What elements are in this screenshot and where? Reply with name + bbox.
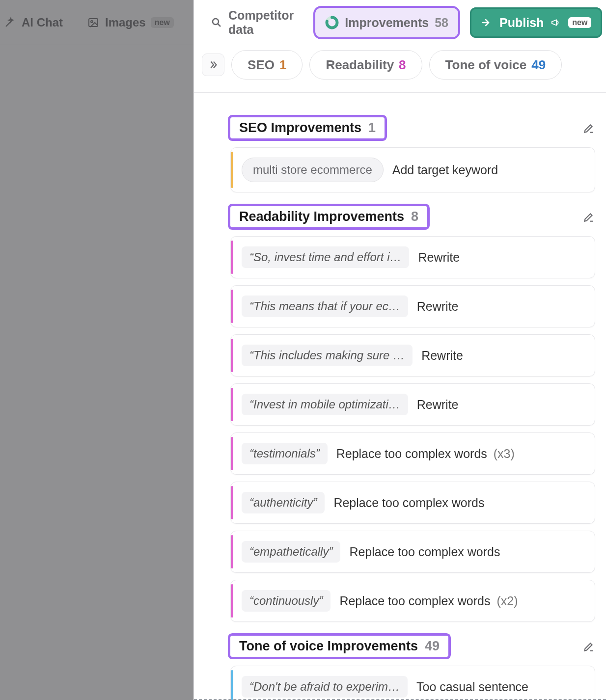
readability-action: Replace too complex words [349,545,500,559]
occurrence-count: (x3) [494,447,515,460]
nav-ai-chat[interactable]: AI Chat [3,16,63,29]
readability-item[interactable]: “empathetically” Replace too complex wor… [230,531,595,573]
wand-icon [3,16,17,29]
top-tabs: Competitor data Improvements 58 Publish … [194,0,606,45]
edit-seo-button[interactable] [582,122,595,135]
occurrence-count: (x2) [496,594,518,608]
chevrons-right-icon [208,59,219,70]
readability-action: Replace too complex words [333,496,484,510]
right-panel: Competitor data Improvements 58 Publish … [194,0,606,700]
tone-item[interactable]: “Don't be afraid to experim… Too casual … [230,666,595,700]
nav-images-label: Images [105,16,146,29]
filter-seo[interactable]: SEO 1 [231,50,303,80]
tab-competitor-data[interactable]: Competitor data [201,8,303,37]
filter-row: SEO 1 Readability 8 Tone of voice 49 [194,45,606,93]
image-icon [86,16,100,29]
tab-competitor-label: Competitor data [228,8,294,37]
section-seo-header: SEO Improvements 1 [230,117,595,138]
publish-icon [481,17,493,28]
section-seo-title: SEO Improvements [239,120,361,135]
filter-readability-count: 8 [399,57,406,73]
svg-rect-0 [89,19,98,27]
readability-item[interactable]: “This includes making sure … Rewrite [230,334,595,377]
quote-chip: “This means that if your ec… [242,296,408,317]
tab-improvements-label: Improvements [345,16,429,30]
readability-item[interactable]: “continuously” Replace too complex words… [230,580,595,622]
publish-label: Publish [499,16,544,30]
section-seo-title-pill: SEO Improvements 1 [230,117,385,138]
improvements-content: SEO Improvements 1 multi store ecommerce… [194,93,606,700]
seo-item-action: Add target keyword [392,163,498,177]
editor-left-pane: AI Chat Images new merce [0,0,194,700]
filter-tone-count: 49 [531,57,546,73]
section-readability-title: Readability Improvements [239,209,404,224]
readability-item[interactable]: “Invest in mobile optimizati… Rewrite [230,383,595,426]
svg-point-2 [213,19,219,25]
filter-seo-count: 1 [279,57,286,73]
edit-tone-button[interactable] [582,640,595,653]
quote-chip: “continuously” [242,590,331,612]
editor-body: merce [0,45,193,123]
quote-chip: “So, invest time and effort i… [242,246,409,268]
section-readability-title-pill: Readability Improvements 8 [230,206,427,227]
filter-tone-label: Tone of voice [445,57,527,73]
progress-ring-icon [325,16,339,29]
megaphone-icon [551,17,561,28]
edit-readability-button[interactable] [582,211,595,223]
readability-action: Replace too complex words (x2) [339,594,518,608]
readability-action: Rewrite [421,349,463,363]
publish-new-badge: new [568,17,591,28]
tab-improvements[interactable]: Improvements 58 [315,8,458,37]
filter-tone[interactable]: Tone of voice 49 [429,50,562,80]
readability-action: Rewrite [417,299,459,314]
readability-item[interactable]: “So, invest time and effort i… Rewrite [230,236,595,278]
quote-chip: “empathetically” [242,541,340,563]
readability-item[interactable]: “authenticity” Replace too complex words [230,482,595,524]
svg-point-1 [91,21,93,23]
readability-action: Rewrite [418,250,460,265]
quote-chip: “testimonials” [242,443,328,464]
images-new-badge: new [151,17,174,28]
search-icon [211,17,222,28]
quote-chip: “Don't be afraid to experim… [242,676,408,698]
tab-improvements-count: 58 [435,16,448,30]
publish-button[interactable]: Publish new [470,7,602,38]
section-seo-count: 1 [368,120,376,135]
section-tone-title-pill: Tone of voice Improvements 49 [230,636,448,657]
section-tone-count: 49 [425,639,440,654]
section-readability-header: Readability Improvements 8 [230,206,595,227]
section-tone-header: Tone of voice Improvements 49 [230,636,595,657]
nav-ai-chat-label: AI Chat [22,16,63,29]
pencil-icon [582,122,595,135]
filter-seo-label: SEO [248,57,275,73]
tone-action: Too casual sentence [416,680,528,694]
pencil-icon [582,640,595,653]
readability-action: Rewrite [417,398,459,412]
nav-images[interactable]: Images new [86,16,174,29]
readability-item[interactable]: “testimonials” Replace too complex words… [230,432,595,475]
collapse-panel-button[interactable] [202,54,224,76]
seo-item[interactable]: multi store ecommerce Add target keyword [230,147,595,192]
section-readability-count: 8 [411,209,418,224]
readability-item[interactable]: “This means that if your ec… Rewrite [230,285,595,327]
filter-readability-label: Readability [326,57,394,73]
quote-chip: “authenticity” [242,492,325,513]
left-toolbar: AI Chat Images new [0,0,193,45]
quote-chip: “This includes making sure … [242,345,413,366]
pencil-icon [582,211,595,223]
section-tone-title: Tone of voice Improvements [239,639,418,654]
quote-chip: “Invest in mobile optimizati… [242,394,408,415]
keyword-chip: multi store ecommerce [242,158,384,182]
filter-readability[interactable]: Readability 8 [309,50,422,80]
editor-heading-fragment: merce [0,84,193,123]
readability-action: Replace too complex words (x3) [336,447,515,461]
